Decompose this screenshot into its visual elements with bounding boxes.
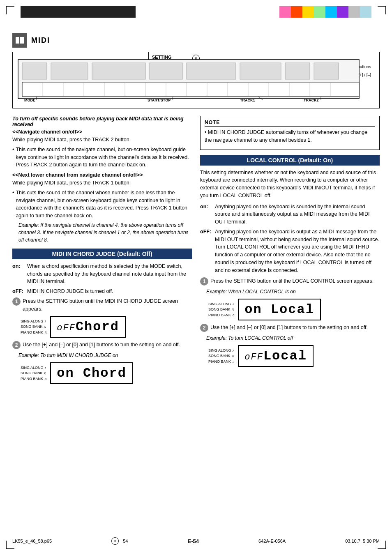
color-gray <box>348 6 360 18</box>
svg-rect-0 <box>16 37 19 44</box>
label-piano-bank2: PIANO BANK ♫ <box>21 376 47 382</box>
nav-on-off-para1: While playing MIDI data, press the TRACK… <box>12 136 192 144</box>
page-number: E-54 <box>187 538 198 544</box>
local-step-circle-1: 1 <box>200 277 208 286</box>
off-def: oFF: MIDI IN CHORD JUDGE is turned off. <box>12 288 192 295</box>
nav-on-off-heading: <<Navigate channel on/off>> <box>12 129 192 135</box>
off-label: oFF: <box>12 288 25 295</box>
svg-rect-9 <box>285 63 310 79</box>
local-display1-screen: on Local <box>238 299 321 320</box>
local-step-circle-2: 2 <box>200 324 208 332</box>
off-text: MIDI IN CHORD JUDGE is turned off. <box>27 288 113 295</box>
chord-display2-large: Chord <box>74 366 127 381</box>
color-purple <box>337 6 348 18</box>
footer-left: LK55_e_46_58.p65 <box>12 539 52 543</box>
page-title: MIDI <box>31 36 50 45</box>
page-header: MIDI <box>12 33 380 48</box>
chord-display1-labels: SING ALONG ♪ SONG BANK ♫ PIANO BANK ♫ <box>21 319 47 336</box>
svg-text:TRACK1: TRACK1 <box>240 98 255 102</box>
chord-step1-text: Press the SETTING button until the MIDI … <box>23 297 192 313</box>
label-sing-along2: SING ALONG ♪ <box>21 365 47 371</box>
footer-center-wrap: ⊕ 54 <box>111 537 128 545</box>
next-lower-heading: <<Next lower channel from navigate chann… <box>12 172 192 178</box>
local-intro: This setting determines whether or not t… <box>200 169 380 200</box>
svg-text:MODE: MODE <box>24 98 35 102</box>
local-example1: Example: When LOCAL CONTROL is on <box>206 288 380 295</box>
chord-display2-screen: on Chord <box>50 362 133 384</box>
note-box: NOTE • MIDI IN CHORD JUDGE automatically… <box>200 116 380 150</box>
local-label-sing-along: SING ALONG ♪ <box>208 302 235 307</box>
note-text: • MIDI IN CHORD JUDGE automatically turn… <box>205 129 375 144</box>
local-example2: Example: To turn LOCAL CONTROL off <box>206 334 380 342</box>
chord-step2: 2 Use the [+] and [–] or [0] and [1] but… <box>12 341 192 349</box>
chord-display2-labels: SING ALONG ♪ SONG BANK ♫ PIANO BANK ♫ <box>21 365 47 382</box>
chord-display1-small: oFF <box>57 323 76 333</box>
next-lower-para1: While playing MIDI data, press the TRACK… <box>12 179 192 187</box>
local-label-sing-along2: SING ALONG ♪ <box>208 348 235 354</box>
top-color-bar <box>279 6 371 18</box>
color-pink <box>279 6 291 18</box>
local-display1-small: on <box>244 302 262 317</box>
left-example-text: Example: If the navigate channel is chan… <box>18 221 192 244</box>
local-display1: SING ALONG ♪ SONG BANK ♫ PIANO BANK ♫ on… <box>208 299 380 320</box>
svg-rect-5 <box>92 63 145 79</box>
local-on-label: on: <box>200 203 212 226</box>
local-display1-labels: SING ALONG ♪ SONG BANK ♫ PIANO BANK ♫ <box>208 302 235 318</box>
chord-display2-small: on <box>57 366 74 381</box>
svg-rect-11 <box>22 82 359 97</box>
local-display2-screen: oFFLocal <box>238 345 314 367</box>
local-on-text: Anything played on the keyboard is sound… <box>215 203 380 226</box>
svg-rect-1 <box>20 37 24 44</box>
chord-display1-screen: oFFChord <box>50 316 126 338</box>
label-song-bank: SONG BANK ♫ <box>21 324 47 330</box>
local-display1-large: Local <box>262 302 314 317</box>
corner-mark-tr <box>378 6 386 14</box>
svg-rect-7 <box>187 63 236 79</box>
on-text: When a chord specification method is sel… <box>27 263 192 286</box>
local-off-text: Anything played on the keyboard is outpu… <box>215 228 380 274</box>
chord-step2-text: Use the [+] and [–] or [0] and [1] butto… <box>23 341 180 349</box>
svg-rect-6 <box>150 63 182 79</box>
svg-text:TRACK2: TRACK2 <box>304 98 319 102</box>
svg-rect-4 <box>51 63 88 79</box>
page-footer: LK55_e_46_58.p65 ⊕ 54 E-54 642A-E-056A 0… <box>12 537 380 545</box>
note-title: NOTE <box>205 120 375 127</box>
midi-icon <box>15 35 25 45</box>
footer-right: 03.10.7, 5:30 PM <box>345 539 380 543</box>
color-blue <box>325 6 337 18</box>
label-piano-bank: PIANO BANK ♫ <box>21 330 47 336</box>
left-main-heading: To turn off specific sounds before playi… <box>12 116 192 127</box>
local-off-def: oFF: Anything played on the keyboard is … <box>200 228 380 274</box>
chord-display2: SING ALONG ♪ SONG BANK ♫ PIANO BANK ♫ on… <box>21 362 192 384</box>
local-step1-text: Press the SETTING button until the LOCAL… <box>210 277 374 285</box>
local-step1: 1 Press the SETTING button until the LOC… <box>200 277 380 286</box>
bullet-dot2: • <box>12 189 14 220</box>
color-red <box>291 6 302 18</box>
step-circle-1: 1 <box>12 297 21 306</box>
local-step2: 2 Use the [+] and [–] or [0] and [1] but… <box>200 324 380 332</box>
midi-chord-header: MIDI IN CHORD JUDGE (Default: Off) <box>12 249 192 259</box>
local-off-label: oFF: <box>200 228 212 274</box>
local-display2: SING ALONG ♪ SONG BANK ♫ PIANO BANK ♫ oF… <box>208 345 380 367</box>
svg-text:START/STOP: START/STOP <box>148 98 171 102</box>
svg-rect-3 <box>22 63 47 79</box>
step-circle-2: 2 <box>12 341 21 349</box>
bullet-dot: • <box>12 146 14 169</box>
local-label-piano-bank: PIANO BANK ♫ <box>208 313 235 318</box>
on-label: on: <box>12 263 25 286</box>
local-label-song-bank2: SONG BANK ♫ <box>208 353 235 359</box>
label-sing-along: SING ALONG ♪ <box>21 319 47 325</box>
footer-center: 54 <box>123 539 128 543</box>
chord-display1-large: Chord <box>76 319 119 334</box>
nav-on-off-bullet1: • This cuts the sound of the navigate ch… <box>12 146 192 169</box>
keyboard-svg: MODE START/STOP TRACK1 TRACK2 <box>16 55 378 103</box>
local-label-piano-bank2: PIANO BANK ♫ <box>208 359 235 365</box>
local-on-def: on: Anything played on the keyboard is s… <box>200 203 380 226</box>
chord-example2: Example: To turn MIDI IN CHORD JUDGE on <box>18 352 192 359</box>
left-column: To turn off specific sounds before playi… <box>12 116 192 387</box>
svg-rect-10 <box>314 63 339 79</box>
local-display2-large: Local <box>263 348 307 364</box>
keyboard-svg-wrap: MODE START/STOP TRACK1 TRACK2 <box>16 55 376 105</box>
label-song-bank2: SONG BANK ♫ <box>21 371 47 376</box>
keyboard-diagram: ⊕ SETTING Number buttons [+] / [–] <box>12 52 380 108</box>
